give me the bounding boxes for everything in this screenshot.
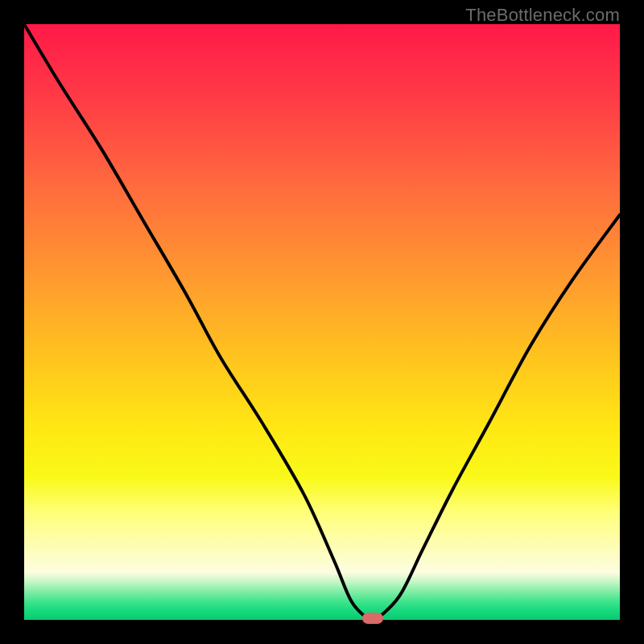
bottleneck-curve [24, 24, 620, 620]
bottleneck-curve-path [24, 24, 620, 622]
attribution-text: TheBottleneck.com [465, 5, 620, 26]
chart-frame: TheBottleneck.com [0, 0, 644, 644]
optimal-point-marker [362, 613, 383, 624]
